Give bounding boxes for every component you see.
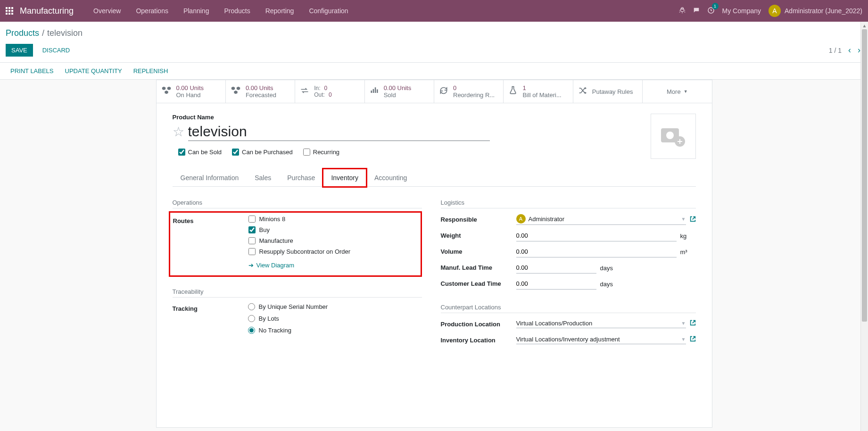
section-counterpart: Counterpart Locations <box>441 304 696 313</box>
nav-operations[interactable]: Operations <box>128 0 175 22</box>
avatar: A <box>516 214 526 224</box>
tab-general-information[interactable]: General Information <box>173 169 247 187</box>
route-manufacture-checkbox[interactable]: Manufacture <box>248 237 417 244</box>
manuf-lead-label: Manuf. Lead Time <box>441 262 516 271</box>
responsible-field[interactable]: A Administrator ▼ <box>516 214 686 225</box>
stat-putaway-lbl: Putaway Rules <box>592 88 633 95</box>
print-labels-button[interactable]: Print Labels <box>10 67 54 75</box>
route-resupply-checkbox[interactable]: Resupply Subcontractor on Order <box>248 248 417 255</box>
breadcrumb: Products / television <box>0 22 868 42</box>
stat-out-v: 0 <box>329 91 332 98</box>
bug-icon[interactable] <box>679 7 686 15</box>
chevron-down-icon: ▼ <box>681 337 686 342</box>
recurring-checkbox[interactable]: Recurring <box>303 149 339 156</box>
stat-onhand[interactable]: 0.00 UnitsOn Hand <box>157 80 226 103</box>
topbar: Manufacturing Overview Operations Planni… <box>0 0 868 22</box>
breadcrumb-sep: / <box>42 28 44 38</box>
external-link-icon[interactable] <box>690 320 696 327</box>
responsible-label: Responsible <box>441 214 516 223</box>
stat-bom-val: 1 <box>522 84 561 91</box>
volume-unit: m³ <box>680 249 687 256</box>
product-name-input[interactable] <box>188 123 490 141</box>
external-link-icon[interactable] <box>690 216 696 224</box>
routes-label: Routes <box>173 216 248 224</box>
route-minions-checkbox[interactable]: Minions 8 <box>248 216 417 223</box>
inv-loc-value: Virtual Locations/Inventory adjustment <box>516 336 681 343</box>
volume-input[interactable] <box>516 246 677 257</box>
company-selector[interactable]: My Company <box>722 7 761 15</box>
user-menu[interactable]: A Administrator (June_2022) <box>769 5 862 17</box>
flask-icon <box>508 86 518 98</box>
top-nav: Overview Operations Planning Products Re… <box>86 0 356 22</box>
save-button[interactable]: Save <box>6 44 33 57</box>
cust-lead-input[interactable] <box>516 278 596 290</box>
tracking-serial-radio[interactable]: By Unique Serial Number <box>248 303 422 310</box>
pager-prev[interactable]: ‹ <box>848 45 851 55</box>
product-image-placeholder[interactable] <box>651 114 696 159</box>
replenish-button[interactable]: Replenish <box>133 67 168 75</box>
nav-reporting[interactable]: Reporting <box>258 0 302 22</box>
nav-overview[interactable]: Overview <box>86 0 128 22</box>
favorite-star-icon[interactable]: ☆ <box>173 124 184 140</box>
chevron-down-icon: ▼ <box>681 321 686 326</box>
tracking-radio-group: By Unique Serial Number By Lots No Track… <box>248 303 422 334</box>
scroll-up-icon[interactable]: ▲ <box>861 22 868 29</box>
app-brand[interactable]: Manufacturing <box>20 6 74 16</box>
can-be-sold-checkbox[interactable]: Can be Sold <box>178 149 222 156</box>
stat-sold[interactable]: 0.00 UnitsSold <box>365 80 434 103</box>
can-be-purchased-checkbox[interactable]: Can be Purchased <box>232 149 293 156</box>
stat-inout[interactable]: In:0 Out:0 <box>295 80 364 103</box>
product-name-label: Product Name <box>173 114 696 121</box>
tab-sales[interactable]: Sales <box>247 169 279 187</box>
tracking-lots-radio[interactable]: By Lots <box>248 315 422 322</box>
inv-loc-field[interactable]: Virtual Locations/Inventory adjustment ▼ <box>516 335 686 344</box>
route-buy-checkbox[interactable]: Buy <box>248 226 417 233</box>
prod-loc-field[interactable]: Virtual Locations/Production ▼ <box>516 319 686 328</box>
activity-icon[interactable]: 1 <box>707 7 715 16</box>
tab-purchase[interactable]: Purchase <box>279 169 323 187</box>
stat-reorder[interactable]: 0Reordering R... <box>434 80 504 103</box>
nav-configuration[interactable]: Configuration <box>301 0 355 22</box>
chevron-down-icon: ▼ <box>681 216 686 222</box>
stat-out-k: Out: <box>314 91 325 98</box>
stat-forecasted[interactable]: 0.00 UnitsForecasted <box>226 80 295 103</box>
nav-products[interactable]: Products <box>216 0 257 22</box>
tab-inventory[interactable]: Inventory <box>323 169 366 187</box>
scroll-thumb[interactable] <box>862 29 867 322</box>
stat-bom-lbl: Bill of Materi... <box>522 91 561 99</box>
stat-bom[interactable]: 1Bill of Materi... <box>504 80 573 103</box>
tab-accounting[interactable]: Accounting <box>366 169 415 187</box>
apps-icon[interactable] <box>6 7 13 15</box>
weight-label: Weight <box>441 230 516 239</box>
stat-forecasted-lbl: Forecasted <box>246 91 276 99</box>
scrollbar[interactable]: ▲ <box>860 22 868 431</box>
avatar: A <box>769 5 781 17</box>
stat-more[interactable]: More ▼ <box>643 80 711 103</box>
form-sheet: 0.00 UnitsOn Hand 0.00 UnitsForecasted I… <box>156 80 712 428</box>
tab-body-inventory: Operations Routes Minions 8 Buy Manufact… <box>157 187 712 370</box>
view-diagram-link[interactable]: ➔ View Diagram <box>248 262 417 269</box>
sub-actions: Print Labels Update Quantity Replenish <box>0 63 868 80</box>
section-operations: Operations <box>173 199 422 208</box>
manuf-lead-input[interactable] <box>516 262 596 274</box>
tracking-none-radio[interactable]: No Tracking <box>248 327 422 334</box>
stat-reorder-lbl: Reordering R... <box>453 91 495 99</box>
weight-input[interactable] <box>516 230 677 241</box>
bars-icon <box>370 86 379 98</box>
user-label: Administrator (June_2022) <box>785 7 862 15</box>
col-left: Operations Routes Minions 8 Buy Manufact… <box>173 199 422 351</box>
inv-loc-label: Inventory Location <box>441 335 516 344</box>
update-quantity-button[interactable]: Update Quantity <box>65 67 122 75</box>
refresh-icon <box>439 86 448 98</box>
breadcrumb-root[interactable]: Products <box>6 28 39 38</box>
external-link-icon[interactable] <box>690 336 696 343</box>
stat-more-lbl: More <box>667 88 681 95</box>
product-header: Product Name ☆ Can be Sold Can be Purcha… <box>157 103 712 159</box>
stat-sold-val: 0.00 Units <box>384 84 412 91</box>
stat-putaway[interactable]: Putaway Rules <box>573 80 643 103</box>
chat-icon[interactable] <box>693 7 700 15</box>
nav-planning[interactable]: Planning <box>176 0 217 22</box>
stat-onhand-lbl: On Hand <box>176 91 204 99</box>
routes-highlight: Routes Minions 8 Buy Manufacture Resuppl… <box>169 211 422 277</box>
discard-button[interactable]: Discard <box>37 44 76 57</box>
